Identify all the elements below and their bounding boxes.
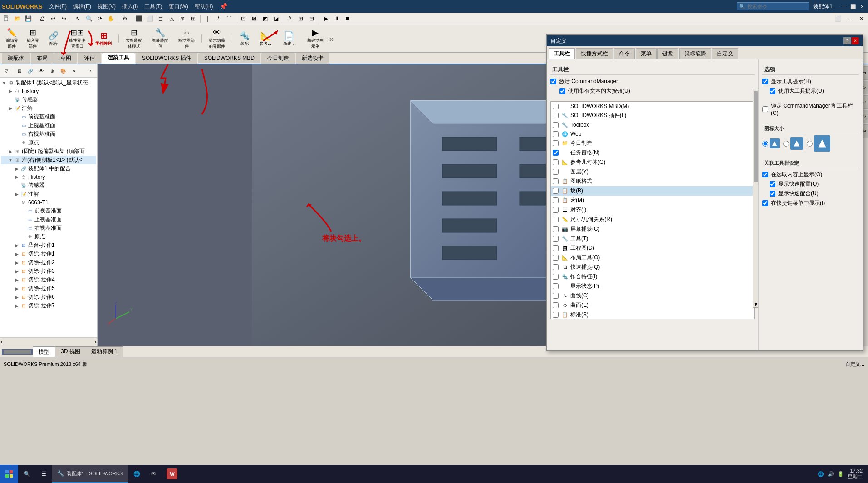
show-tooltips-row[interactable]: 显示工具提示(H) — [762, 77, 859, 86]
sb-filter[interactable]: ▽ — [1, 66, 11, 76]
toolbar-item-standards[interactable]: 📋 标准(S) — [551, 310, 754, 319]
cb-layers[interactable] — [553, 169, 559, 175]
cb-toolbox[interactable] — [553, 122, 559, 128]
lock-cm-row[interactable]: 锁定 CommandManager 和工具栏(C) — [762, 101, 859, 117]
toolbar-list-scrollbar[interactable]: ▼ — [753, 90, 758, 308]
redo-btn[interactable]: ↪ — [59, 14, 69, 24]
exp-ann1[interactable]: ▶ — [7, 105, 14, 112]
cb-drawing-fmt[interactable] — [553, 178, 559, 184]
select-btn[interactable]: ↖ — [73, 14, 83, 24]
menu-view[interactable]: 视图(V) — [95, 2, 118, 11]
tb21[interactable]: ⏸ — [332, 14, 342, 24]
tree-front-plane[interactable]: ▶ ▭ 前视基准面 — [1, 113, 96, 121]
ctab-mouse[interactable]: 鼠标笔势 — [679, 48, 711, 59]
close-button[interactable]: ✕ — [858, 2, 866, 10]
tb22[interactable]: ⏹ — [343, 14, 353, 24]
minimize-button[interactable]: — — [840, 2, 848, 10]
icon-size-small-radio[interactable] — [762, 141, 768, 147]
move-component-btn[interactable]: ↔ 移动零部件 — [174, 27, 199, 50]
exp-sensor1[interactable]: ▶ — [7, 97, 14, 103]
sb-motion[interactable]: ⊕ — [47, 66, 57, 76]
exp-cut2[interactable]: ▶ — [14, 260, 20, 266]
clock[interactable]: 17:32 星期二 — [848, 468, 863, 480]
toolbar-item-layout-tools[interactable]: 📐 布局工具(O) — [551, 253, 754, 262]
tb5[interactable]: ⬜ — [145, 14, 155, 24]
toolbar-item-toolbox[interactable]: 🔧 Toolbox — [551, 120, 754, 129]
tb14[interactable]: ⊠ — [249, 14, 259, 24]
linear-array-btn[interactable]: ⊞⊞ 线性零件宽窗口 — [64, 27, 90, 50]
toolbar-items-list[interactable]: SOLIDWORKS MBD(M) 🔧 SOLIDWORKS 插件(L) 🔧 T… — [550, 101, 755, 319]
tb-right2[interactable]: — — [845, 14, 855, 24]
toolbar-item-block[interactable]: 📋 块(B) — [551, 186, 754, 196]
tree-cut-extrude1[interactable]: ▶ ⊡ 切除-拉伸1 — [1, 250, 96, 258]
tree-sensor-1[interactable]: ▶ 📡 传感器 — [1, 95, 96, 104]
tb13[interactable]: ⊡ — [238, 14, 248, 24]
tab-new[interactable]: 新选项卡 — [296, 53, 329, 64]
ctab-commands[interactable]: 命令 — [614, 48, 635, 59]
toolbar-item-web[interactable]: 🌐 Web — [551, 129, 754, 138]
toolbar-item-snap[interactable]: ⊞ 快速捕捉(Q) — [551, 262, 754, 272]
sb-assembly[interactable]: ⊞ — [15, 66, 25, 76]
show-in-shortcut-row[interactable]: 在快捷键菜单中显示(I) — [762, 198, 859, 208]
ctab-customize[interactable]: 自定义 — [712, 48, 738, 59]
tree-root[interactable]: ▼ ⊞ 装配体1 (默认<默认_显示状态- — [1, 79, 96, 87]
tree-fixed-part[interactable]: ▶ ⊞ (固定) 起偏器框架 (顶部面 — [1, 147, 96, 156]
taskbar-appicon[interactable]: W — [161, 465, 183, 483]
tree-right-plane[interactable]: ▶ ▭ 右视基准面 — [1, 130, 96, 138]
start-button[interactable] — [0, 465, 18, 483]
icon-size-large[interactable] — [807, 135, 830, 152]
show-hide-btn[interactable]: 👁 显示隐藏的零部件 — [204, 27, 230, 50]
tree-top-plane-2[interactable]: ▶ ▭ 上视基准面 — [1, 215, 96, 224]
cb-dimensions[interactable] — [553, 217, 559, 222]
large-assembly-btn[interactable]: ⊟ 大型装配体模式 — [121, 27, 147, 50]
toolbar-item-display-state[interactable]: 显示状态(P) — [551, 281, 754, 291]
toolbar-item-dimensions[interactable]: 📏 尺寸/几何关系(R) — [551, 215, 754, 224]
tree-cut-extrude3[interactable]: ▶ ⊡ 切除-拉伸3 — [1, 267, 96, 276]
options-btn[interactable]: ⚙ — [120, 14, 130, 24]
battery-icon[interactable]: 🔋 — [838, 471, 844, 477]
large-tooltips-row[interactable]: 使用大工具提示(U) — [762, 86, 859, 96]
tree-history-2[interactable]: ▶ ⏱ History — [1, 173, 96, 181]
taskbar-solidworks[interactable]: 🔧 装配体1 - SOLIDWORKS — [52, 465, 128, 483]
undo-btn[interactable]: ↩ — [48, 14, 58, 24]
tb18[interactable]: ⊞ — [296, 14, 306, 24]
tb6[interactable]: ◻ — [156, 14, 166, 24]
large-buttons-row[interactable]: 使用带有文本的大按钮(U) — [550, 86, 755, 96]
show-in-select-cb[interactable] — [762, 172, 768, 177]
expand-root[interactable]: ▼ — [1, 80, 7, 86]
tree-sensor-2[interactable]: ▶ 📡 传感器 — [1, 181, 96, 190]
toolbar-item-mbd[interactable]: SOLIDWORKS MBD(M) — [551, 102, 754, 111]
reference-btn[interactable]: 📐 参考... — [255, 30, 275, 48]
sb-more[interactable]: » — [69, 66, 79, 76]
menu-file[interactable]: 文件(F) — [46, 2, 69, 11]
toolbar-item-engineering[interactable]: 🖼 工程图(D) — [551, 243, 754, 253]
zoom-btn[interactable]: 🔍 — [84, 14, 94, 24]
toolbar-item-layers[interactable]: 图层(Y) — [551, 167, 754, 177]
cb-macro[interactable] — [553, 197, 559, 203]
sb-arrow[interactable]: › — [86, 66, 96, 76]
restore-button[interactable]: ⬜ — [849, 2, 857, 10]
tab-model[interactable]: 模型 — [33, 347, 55, 357]
exp-fixed[interactable]: ▶ — [7, 148, 14, 155]
tree-material[interactable]: ▶ M 6063-T1 — [1, 198, 96, 207]
exp-cut4[interactable]: ▶ — [14, 277, 20, 283]
tb19[interactable]: ⊟ — [307, 14, 317, 24]
tab-assembly[interactable]: 装配体 — [2, 53, 30, 64]
cb-tools[interactable] — [553, 236, 559, 242]
icon-size-large-radio[interactable] — [807, 141, 813, 147]
open-btn[interactable]: 📂 — [12, 14, 22, 24]
toolbar-item-fastener[interactable]: 🔩 扣合特征(I) — [551, 272, 754, 281]
large-buttons-cb[interactable] — [559, 88, 565, 94]
tb16[interactable]: ◪ — [271, 14, 281, 24]
exp-cut7[interactable]: ▶ — [14, 303, 20, 309]
search-box[interactable]: 🔍 — [737, 2, 809, 10]
cb-task-pane[interactable] — [553, 150, 559, 156]
exp-mates[interactable]: ▶ — [14, 166, 20, 172]
tab-sketch[interactable]: 草图 — [54, 53, 77, 64]
tree-origin-2[interactable]: ▶ ✚ 原点 — [1, 232, 96, 241]
menu-tools[interactable]: 工具(T) — [142, 2, 165, 11]
tree-annotation-1[interactable]: ▶ 📝 注解 — [1, 104, 96, 113]
edit-component-btn[interactable]: ✏️ 编辑零部件 — [2, 26, 22, 51]
tree-origin[interactable]: ▶ ✚ 原点 — [1, 138, 96, 147]
tree-side-panel[interactable]: ▼ ⊞ 左(右)侧侧板1<1> (默认< — [1, 156, 96, 164]
